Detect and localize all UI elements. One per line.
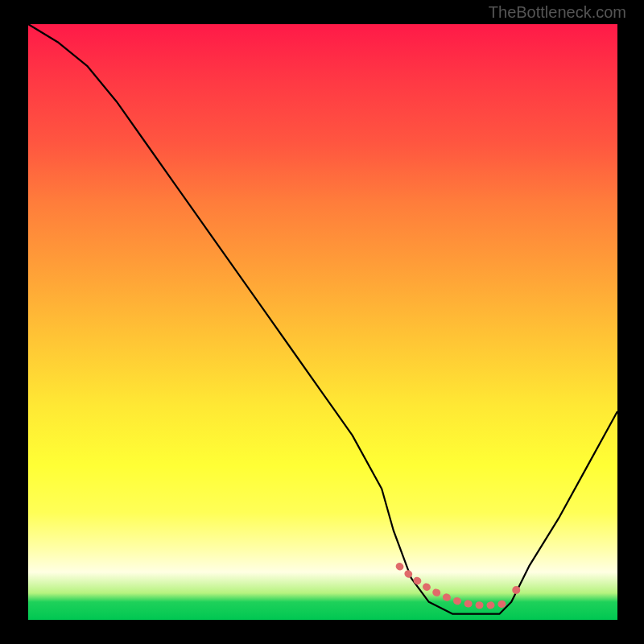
chart-svg — [28, 24, 617, 620]
svg-point-0 — [512, 586, 520, 594]
watermark-text: TheBottleneck.com — [489, 3, 626, 22]
chart-plot-area — [28, 24, 617, 620]
bottleneck-curve-line — [28, 24, 617, 614]
